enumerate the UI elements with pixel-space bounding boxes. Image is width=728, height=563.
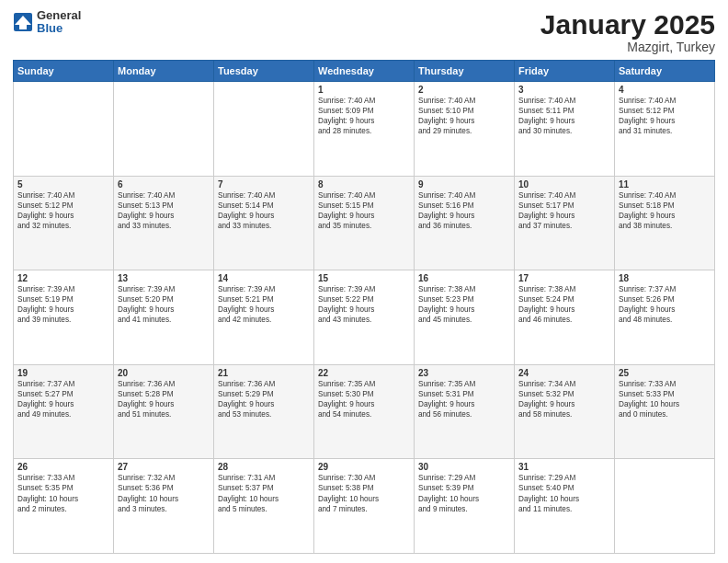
col-friday: Friday bbox=[515, 61, 615, 82]
day-number: 29 bbox=[318, 462, 410, 472]
table-row: 3Sunrise: 7:40 AMSunset: 5:11 PMDaylight… bbox=[515, 82, 615, 177]
cell-content: Sunrise: 7:35 AMSunset: 5:31 PMDaylight:… bbox=[418, 379, 510, 419]
table-row: 22Sunrise: 7:35 AMSunset: 5:30 PMDayligh… bbox=[314, 364, 415, 459]
cell-content: Sunrise: 7:39 AMSunset: 5:22 PMDaylight:… bbox=[318, 284, 410, 325]
cell-content: Sunrise: 7:40 AMSunset: 5:14 PMDaylight:… bbox=[218, 190, 310, 231]
table-row: 4Sunrise: 7:40 AMSunset: 5:12 PMDaylight… bbox=[615, 82, 715, 177]
day-number: 6 bbox=[118, 179, 210, 190]
cell-content: Sunrise: 7:32 AMSunset: 5:36 PMDaylight:… bbox=[118, 473, 210, 513]
day-number: 24 bbox=[518, 368, 610, 378]
logo-text: General Blue bbox=[37, 9, 81, 36]
logo-blue-text: Blue bbox=[37, 22, 81, 35]
cell-content: Sunrise: 7:30 AMSunset: 5:38 PMDaylight:… bbox=[318, 473, 410, 513]
table-row bbox=[615, 459, 715, 554]
cell-content: Sunrise: 7:40 AMSunset: 5:17 PMDaylight:… bbox=[518, 190, 610, 231]
day-number: 28 bbox=[218, 462, 310, 472]
col-tuesday: Tuesday bbox=[214, 61, 314, 82]
day-number: 22 bbox=[318, 368, 410, 378]
table-row: 12Sunrise: 7:39 AMSunset: 5:19 PMDayligh… bbox=[14, 270, 114, 365]
col-saturday: Saturday bbox=[615, 61, 715, 82]
table-row: 30Sunrise: 7:29 AMSunset: 5:39 PMDayligh… bbox=[415, 459, 515, 554]
day-number: 21 bbox=[218, 368, 310, 378]
table-row: 10Sunrise: 7:40 AMSunset: 5:17 PMDayligh… bbox=[515, 176, 615, 270]
cell-content: Sunrise: 7:35 AMSunset: 5:30 PMDaylight:… bbox=[318, 379, 410, 419]
table-row: 21Sunrise: 7:36 AMSunset: 5:29 PMDayligh… bbox=[214, 364, 314, 459]
col-sunday: Sunday bbox=[14, 61, 114, 82]
logo: General Blue bbox=[13, 9, 81, 36]
cell-content: Sunrise: 7:37 AMSunset: 5:26 PMDaylight:… bbox=[619, 284, 711, 325]
calendar-week-row: 26Sunrise: 7:33 AMSunset: 5:35 PMDayligh… bbox=[14, 459, 715, 554]
cell-content: Sunrise: 7:40 AMSunset: 5:16 PMDaylight:… bbox=[418, 190, 510, 231]
calendar-week-row: 19Sunrise: 7:37 AMSunset: 5:27 PMDayligh… bbox=[14, 364, 715, 459]
table-row: 24Sunrise: 7:34 AMSunset: 5:32 PMDayligh… bbox=[515, 364, 615, 459]
calendar-table: Sunday Monday Tuesday Wednesday Thursday… bbox=[13, 60, 715, 554]
table-row: 27Sunrise: 7:32 AMSunset: 5:36 PMDayligh… bbox=[114, 459, 214, 554]
table-row: 13Sunrise: 7:39 AMSunset: 5:20 PMDayligh… bbox=[114, 270, 214, 365]
cell-content: Sunrise: 7:39 AMSunset: 5:21 PMDaylight:… bbox=[218, 284, 310, 325]
table-row: 29Sunrise: 7:30 AMSunset: 5:38 PMDayligh… bbox=[314, 459, 415, 554]
cell-content: Sunrise: 7:29 AMSunset: 5:40 PMDaylight:… bbox=[518, 473, 610, 513]
day-number: 3 bbox=[518, 85, 610, 95]
table-row: 14Sunrise: 7:39 AMSunset: 5:21 PMDayligh… bbox=[214, 270, 314, 365]
cell-content: Sunrise: 7:36 AMSunset: 5:29 PMDaylight:… bbox=[218, 379, 310, 419]
day-number: 11 bbox=[619, 179, 711, 190]
day-number: 15 bbox=[318, 273, 410, 283]
table-row: 11Sunrise: 7:40 AMSunset: 5:18 PMDayligh… bbox=[615, 176, 715, 270]
day-number: 31 bbox=[518, 462, 610, 472]
cell-content: Sunrise: 7:31 AMSunset: 5:37 PMDaylight:… bbox=[218, 473, 310, 513]
title-block: January 2025 Mazgirt, Turkey bbox=[540, 9, 715, 54]
table-row: 31Sunrise: 7:29 AMSunset: 5:40 PMDayligh… bbox=[515, 459, 615, 554]
day-number: 2 bbox=[418, 85, 510, 95]
table-row bbox=[14, 82, 114, 177]
col-thursday: Thursday bbox=[415, 61, 515, 82]
logo-icon bbox=[13, 12, 33, 32]
table-row bbox=[114, 82, 214, 177]
header: General Blue January 2025 Mazgirt, Turke… bbox=[13, 9, 715, 54]
cell-content: Sunrise: 7:40 AMSunset: 5:12 PMDaylight:… bbox=[17, 190, 109, 231]
cell-content: Sunrise: 7:40 AMSunset: 5:09 PMDaylight:… bbox=[318, 96, 410, 136]
cell-content: Sunrise: 7:40 AMSunset: 5:12 PMDaylight:… bbox=[619, 96, 711, 136]
table-row: 6Sunrise: 7:40 AMSunset: 5:13 PMDaylight… bbox=[114, 176, 214, 270]
table-row: 28Sunrise: 7:31 AMSunset: 5:37 PMDayligh… bbox=[214, 459, 314, 554]
table-row: 15Sunrise: 7:39 AMSunset: 5:22 PMDayligh… bbox=[314, 270, 415, 365]
calendar-week-row: 12Sunrise: 7:39 AMSunset: 5:19 PMDayligh… bbox=[14, 270, 715, 365]
table-row: 18Sunrise: 7:37 AMSunset: 5:26 PMDayligh… bbox=[615, 270, 715, 365]
cell-content: Sunrise: 7:38 AMSunset: 5:23 PMDaylight:… bbox=[418, 284, 510, 325]
cell-content: Sunrise: 7:39 AMSunset: 5:19 PMDaylight:… bbox=[17, 284, 109, 325]
cell-content: Sunrise: 7:39 AMSunset: 5:20 PMDaylight:… bbox=[118, 284, 210, 325]
day-number: 14 bbox=[218, 273, 310, 283]
cell-content: Sunrise: 7:40 AMSunset: 5:15 PMDaylight:… bbox=[318, 190, 410, 231]
cell-content: Sunrise: 7:40 AMSunset: 5:10 PMDaylight:… bbox=[418, 96, 510, 136]
table-row: 16Sunrise: 7:38 AMSunset: 5:23 PMDayligh… bbox=[415, 270, 515, 365]
cell-content: Sunrise: 7:40 AMSunset: 5:11 PMDaylight:… bbox=[518, 96, 610, 136]
cell-content: Sunrise: 7:36 AMSunset: 5:28 PMDaylight:… bbox=[118, 379, 210, 419]
table-row: 23Sunrise: 7:35 AMSunset: 5:31 PMDayligh… bbox=[415, 364, 515, 459]
table-row: 26Sunrise: 7:33 AMSunset: 5:35 PMDayligh… bbox=[14, 459, 114, 554]
day-number: 23 bbox=[418, 368, 510, 378]
cell-content: Sunrise: 7:37 AMSunset: 5:27 PMDaylight:… bbox=[17, 379, 109, 419]
cell-content: Sunrise: 7:33 AMSunset: 5:33 PMDaylight:… bbox=[619, 379, 711, 419]
day-number: 12 bbox=[17, 273, 109, 283]
col-wednesday: Wednesday bbox=[314, 61, 415, 82]
table-row: 9Sunrise: 7:40 AMSunset: 5:16 PMDaylight… bbox=[415, 176, 515, 270]
day-number: 18 bbox=[619, 273, 711, 283]
day-number: 19 bbox=[17, 368, 109, 378]
cell-content: Sunrise: 7:38 AMSunset: 5:24 PMDaylight:… bbox=[518, 284, 610, 325]
day-number: 26 bbox=[17, 462, 109, 472]
day-number: 5 bbox=[17, 179, 109, 190]
cell-content: Sunrise: 7:40 AMSunset: 5:18 PMDaylight:… bbox=[619, 190, 711, 231]
table-row: 5Sunrise: 7:40 AMSunset: 5:12 PMDaylight… bbox=[14, 176, 114, 270]
table-row: 8Sunrise: 7:40 AMSunset: 5:15 PMDaylight… bbox=[314, 176, 415, 270]
day-number: 1 bbox=[318, 85, 410, 95]
table-row: 19Sunrise: 7:37 AMSunset: 5:27 PMDayligh… bbox=[14, 364, 114, 459]
calendar-page: General Blue January 2025 Mazgirt, Turke… bbox=[0, 0, 728, 563]
location-title: Mazgirt, Turkey bbox=[540, 40, 715, 54]
day-number: 4 bbox=[619, 85, 711, 95]
table-row bbox=[214, 82, 314, 177]
day-number: 25 bbox=[619, 368, 711, 378]
day-number: 20 bbox=[118, 368, 210, 378]
logo-general-text: General bbox=[37, 9, 81, 22]
table-row: 7Sunrise: 7:40 AMSunset: 5:14 PMDaylight… bbox=[214, 176, 314, 270]
day-number: 27 bbox=[118, 462, 210, 472]
table-row: 17Sunrise: 7:38 AMSunset: 5:24 PMDayligh… bbox=[515, 270, 615, 365]
